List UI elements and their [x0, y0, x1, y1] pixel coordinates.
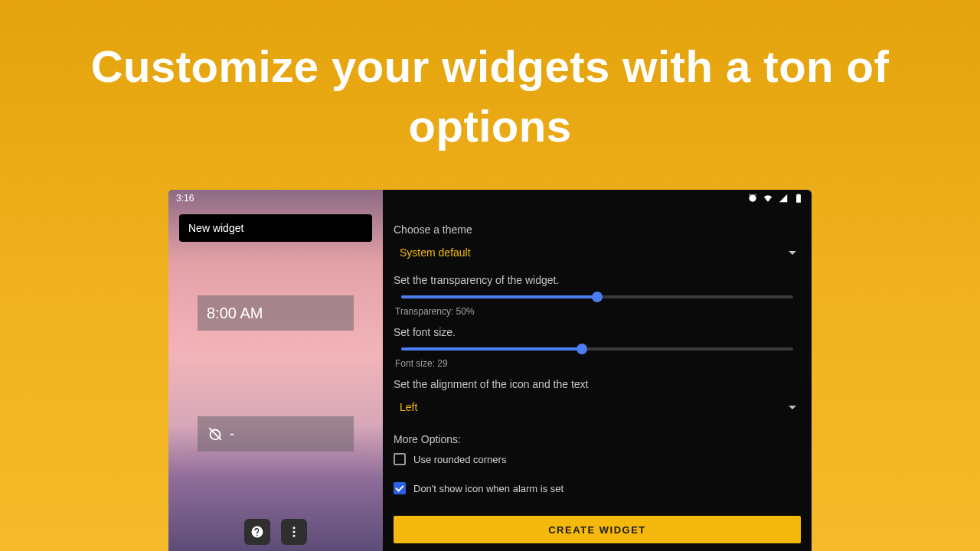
alignment-value: Left [400, 401, 417, 413]
alignment-label: Set the alignment of the icon and the te… [394, 378, 801, 390]
widget-name-input[interactable]: New widget [179, 214, 372, 242]
checkbox-checked-icon [394, 482, 406, 494]
help-icon [250, 525, 264, 539]
checkbox-unchecked-icon [394, 453, 406, 465]
rounded-corners-text: Use rounded corners [413, 454, 506, 465]
create-widget-label: CREATE WIDGET [548, 524, 646, 536]
more-options-label: More Options: [394, 433, 801, 445]
transparency-label: Set the transparency of the widget. [394, 274, 801, 286]
transparency-slider[interactable] [401, 295, 793, 298]
alarm-off-icon [207, 425, 224, 442]
svg-point-1 [293, 527, 296, 529]
marketing-headline: Customize your widgets with a ton of opt… [0, 0, 980, 157]
widget-preview-time: 8:00 AM [198, 295, 354, 331]
signal-icon [778, 193, 789, 204]
chevron-down-icon [789, 251, 796, 255]
fontsize-label: Set font size. [394, 326, 801, 338]
battery-icon [793, 193, 804, 204]
status-time: 3:16 [176, 193, 194, 204]
hide-icon-text: Don't show icon when alarm is set [413, 483, 564, 494]
widget-preview-time-text: 8:00 AM [207, 305, 263, 322]
help-button[interactable] [244, 519, 270, 545]
status-bar: 3:16 [168, 190, 812, 207]
alarm-icon [747, 193, 758, 204]
fontsize-readout: Font size: 29 [395, 358, 801, 369]
more-button[interactable] [281, 519, 307, 545]
alignment-dropdown[interactable]: Left [394, 395, 801, 419]
theme-dropdown[interactable]: System default [394, 240, 801, 265]
rounded-corners-option[interactable]: Use rounded corners [394, 453, 801, 465]
svg-point-2 [293, 531, 296, 533]
theme-value: System default [400, 246, 471, 259]
theme-label: Choose a theme [394, 223, 801, 236]
widget-name-value: New widget [188, 222, 243, 234]
svg-point-3 [293, 535, 296, 537]
create-widget-button[interactable]: CREATE WIDGET [394, 516, 801, 543]
device-frame: 3:16 New widget 8:00 AM - [168, 190, 812, 551]
transparency-readout: Transparency: 50% [395, 306, 801, 317]
widget-preview-alt-text: - [230, 426, 234, 442]
more-vert-icon [287, 525, 301, 539]
fontsize-slider[interactable] [401, 347, 793, 350]
hide-icon-option[interactable]: Don't show icon when alarm is set [394, 482, 801, 494]
preview-pane: New widget 8:00 AM - [168, 190, 383, 551]
settings-pane: Choose a theme System default Set the tr… [383, 190, 812, 551]
widget-preview-alt: - [198, 416, 354, 452]
wifi-icon [763, 193, 773, 204]
chevron-down-icon [789, 406, 796, 409]
status-icons [747, 193, 804, 204]
